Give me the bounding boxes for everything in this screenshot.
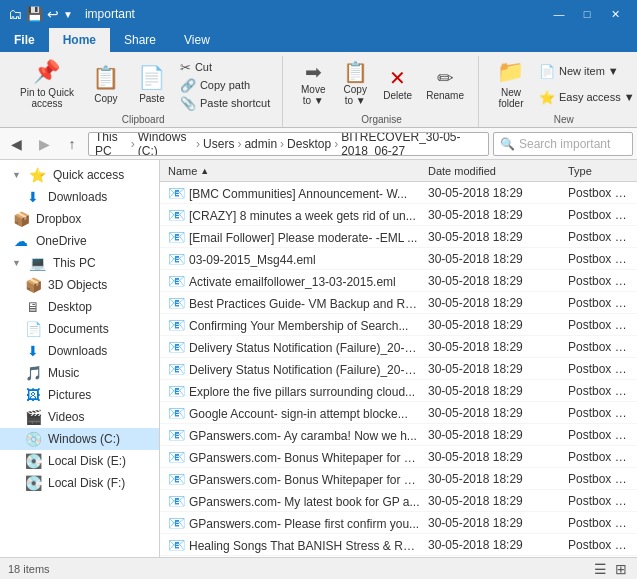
file-type-cell: Postbox Docu... <box>564 472 633 486</box>
close-button[interactable]: ✕ <box>601 0 629 28</box>
address-bar[interactable]: This PC › Windows (C:) › Users › admin ›… <box>88 132 489 156</box>
maximize-button[interactable]: □ <box>573 0 601 28</box>
desktop-icon: 🖥 <box>24 299 42 315</box>
folder-icon: 🗂 <box>8 6 22 22</box>
undo-icon[interactable]: ↩ <box>47 6 59 22</box>
new-folder-button[interactable]: 📁 Newfolder <box>489 58 533 110</box>
windows-c-icon: 💿 <box>24 431 42 447</box>
file-name-cell: 📧GPanswers.com- Please first confirm you… <box>164 515 424 531</box>
copy-button[interactable]: 📋 Copy <box>84 58 128 110</box>
file-type-cell: Postbox Docu... <box>564 450 633 464</box>
sidebar-item-videos[interactable]: 🎬 Videos <box>0 406 159 428</box>
tab-home[interactable]: Home <box>49 28 110 52</box>
sidebar-item-this-pc[interactable]: ▼ 💻 This PC <box>0 252 159 274</box>
file-row[interactable]: 📧GPanswers.com- Bonus Whitepaper for S..… <box>160 446 637 468</box>
file-row[interactable]: 📧Delivery Status Notification (Failure)_… <box>160 358 637 380</box>
file-name-cell: 📧GPanswers.com- Ay caramba! Now we h... <box>164 427 424 443</box>
copy-path-icon: 🔗 <box>180 78 196 93</box>
file-date-cell: 30-05-2018 18:29 <box>424 362 564 376</box>
file-row[interactable]: 📧GPanswers.com- Please first confirm you… <box>160 512 637 534</box>
back-button[interactable]: ◀ <box>4 132 28 156</box>
forward-button[interactable]: ▶ <box>32 132 56 156</box>
sidebar-item-desktop[interactable]: 🖥 Desktop <box>0 296 159 318</box>
tab-share[interactable]: Share <box>110 28 170 52</box>
cut-button[interactable]: ✂ Cut <box>176 58 274 76</box>
documents-icon: 📄 <box>24 321 42 337</box>
3d-objects-icon: 📦 <box>24 277 42 293</box>
file-row[interactable]: 📧GPanswers.com- My latest book for GP a.… <box>160 490 637 512</box>
music-icon: 🎵 <box>24 365 42 381</box>
file-row[interactable]: 📧[Email Follower] Please moderate- -EML … <box>160 226 637 248</box>
file-row[interactable]: 📧[BMC Communities] Announcement- W... 30… <box>160 182 637 204</box>
sidebar-item-pictures[interactable]: 🖼 Pictures <box>0 384 159 406</box>
sidebar-item-local-disk-f[interactable]: 💽 Local Disk (F:) <box>0 472 159 494</box>
list-view-button[interactable]: ☰ <box>592 561 609 577</box>
file-row[interactable]: 📧How Much Are You Allowed To Earn-_10...… <box>160 556 637 557</box>
file-row[interactable]: 📧GPanswers.com- Bonus Whitepaper for S..… <box>160 468 637 490</box>
file-row[interactable]: 📧Confirming Your Membership of Search...… <box>160 314 637 336</box>
file-icon: 📧 <box>168 273 185 289</box>
delete-button[interactable]: ✕ Delete <box>377 58 418 110</box>
file-row[interactable]: 📧Explore the five pillars surrounding cl… <box>160 380 637 402</box>
easy-access-button[interactable]: ⭐ Easy access ▼ <box>535 88 637 106</box>
sidebar-item-music[interactable]: 🎵 Music <box>0 362 159 384</box>
col-header-date[interactable]: Date modified <box>424 160 564 181</box>
sidebar-item-quick-access[interactable]: ▼ ⭐ Quick access <box>0 164 159 186</box>
file-type-cell: Postbox Docu... <box>564 208 633 222</box>
sidebar-item-dropbox[interactable]: 📦 Dropbox <box>0 208 159 230</box>
file-name-cell: 📧GPanswers.com- Bonus Whitepaper for S..… <box>164 449 424 465</box>
file-name-cell: 📧[CRAZY] 8 minutes a week gets rid of un… <box>164 207 424 223</box>
file-type-cell: Postbox Docu... <box>564 186 633 200</box>
file-date-cell: 30-05-2018 18:29 <box>424 208 564 222</box>
search-box[interactable]: 🔍 Search important <box>493 132 633 156</box>
sidebar-item-windows-c[interactable]: 💿 Windows (C:) <box>0 428 159 450</box>
grid-view-button[interactable]: ⊞ <box>613 561 629 577</box>
view-controls: ☰ ⊞ <box>592 561 629 577</box>
col-header-type[interactable]: Type <box>564 160 633 181</box>
file-date-cell: 30-05-2018 18:29 <box>424 450 564 464</box>
sidebar-label: Videos <box>48 410 84 424</box>
minimize-button[interactable]: — <box>545 0 573 28</box>
new-item-button[interactable]: 📄 New item ▼ <box>535 62 637 80</box>
up-button[interactable]: ↑ <box>60 132 84 156</box>
file-name-cell: 📧Explore the five pillars surrounding cl… <box>164 383 424 399</box>
sidebar-item-local-disk-e[interactable]: 💽 Local Disk (E:) <box>0 450 159 472</box>
dropdown-icon[interactable]: ▼ <box>63 9 73 20</box>
new-label: New <box>554 114 574 127</box>
file-name-cell: 📧Best Practices Guide- VM Backup and Re.… <box>164 295 424 311</box>
file-row[interactable]: 📧03-09-2015_Msg44.eml 30-05-2018 18:29 P… <box>160 248 637 270</box>
col-header-name[interactable]: Name ▲ <box>164 160 424 181</box>
file-row[interactable]: 📧GPanswers.com- Ay caramba! Now we h... … <box>160 424 637 446</box>
file-name-cell: 📧GPanswers.com- Bonus Whitepaper for S..… <box>164 471 424 487</box>
onedrive-icon: ☁ <box>12 233 30 249</box>
copy-path-button[interactable]: 🔗 Copy path <box>176 76 274 94</box>
file-type-cell: Postbox Docu... <box>564 296 633 310</box>
sidebar-item-documents[interactable]: 📄 Documents <box>0 318 159 340</box>
file-row[interactable]: 📧Best Practices Guide- VM Backup and Re.… <box>160 292 637 314</box>
file-row[interactable]: 📧Delivery Status Notification (Failure)_… <box>160 336 637 358</box>
sidebar-item-onedrive[interactable]: ☁ OneDrive <box>0 230 159 252</box>
file-row[interactable]: 📧Healing Songs That BANISH Stress & Red.… <box>160 534 637 556</box>
file-row[interactable]: 📧[CRAZY] 8 minutes a week gets rid of un… <box>160 204 637 226</box>
pin-to-quick-access-button[interactable]: 📌 Pin to Quickaccess <box>12 58 82 110</box>
sidebar-item-3d-objects[interactable]: 📦 3D Objects <box>0 274 159 296</box>
ribbon-tabs: File Home Share View <box>0 28 637 52</box>
file-date-cell: 30-05-2018 18:29 <box>424 318 564 332</box>
file-date-cell: 30-05-2018 18:29 <box>424 296 564 310</box>
ribbon-group-new: 📁 Newfolder 📄 New item ▼ ⭐ Easy access ▼… <box>481 56 637 127</box>
rename-button[interactable]: ✏ Rename <box>420 58 470 110</box>
quick-access-icon: ⭐ <box>29 167 47 183</box>
paste-shortcut-button[interactable]: 📎 Paste shortcut <box>176 94 274 112</box>
sidebar-item-downloads2[interactable]: ⬇ Downloads <box>0 340 159 362</box>
paste-button[interactable]: 📄 Paste <box>130 58 174 110</box>
tab-file[interactable]: File <box>0 28 49 52</box>
file-name-cell: 📧[BMC Communities] Announcement- W... <box>164 185 424 201</box>
save-icon[interactable]: 💾 <box>26 6 43 22</box>
file-row[interactable]: 📧Google Account- sign-in attempt blocke.… <box>160 402 637 424</box>
file-row[interactable]: 📧Activate emailfollower_13-03-2015.eml 3… <box>160 270 637 292</box>
move-to-button[interactable]: ➡ Moveto ▼ <box>293 58 333 110</box>
sidebar-item-downloads[interactable]: ⬇ Downloads <box>0 186 159 208</box>
file-date-cell: 30-05-2018 18:29 <box>424 472 564 486</box>
tab-view[interactable]: View <box>170 28 224 52</box>
copy-to-button[interactable]: 📋 Copyto ▼ <box>335 58 375 110</box>
